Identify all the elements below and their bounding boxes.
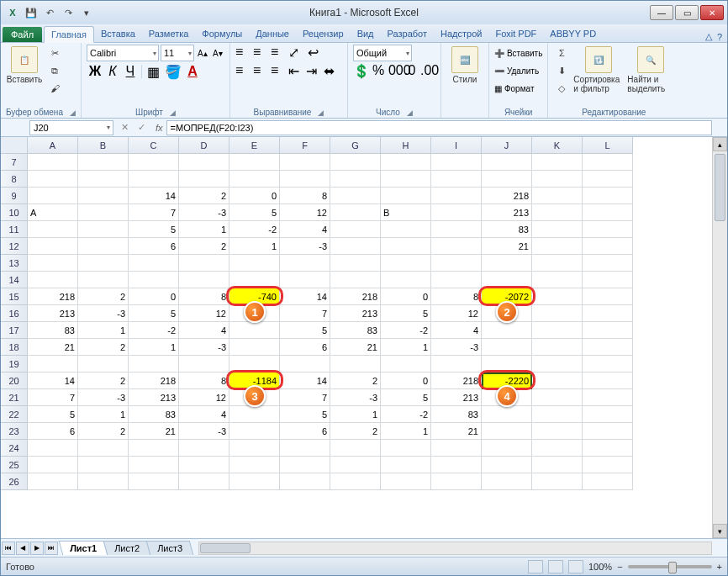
cell-B8[interactable]: [78, 171, 129, 188]
cell-E10[interactable]: 5: [229, 204, 280, 221]
shrink-font[interactable]: A▾: [211, 45, 224, 61]
view-layout[interactable]: [548, 560, 563, 573]
cell-E8[interactable]: [229, 171, 280, 188]
col-head-C[interactable]: C: [129, 137, 179, 154]
cell-K11[interactable]: [532, 221, 583, 238]
col-head-E[interactable]: E: [229, 137, 280, 154]
border-button[interactable]: ▦: [145, 63, 163, 80]
cell-B14[interactable]: [78, 272, 129, 288]
col-head-G[interactable]: G: [330, 137, 381, 154]
cell-H15[interactable]: 0: [381, 288, 431, 305]
cell-J24[interactable]: [482, 440, 532, 457]
cell-I11[interactable]: [431, 221, 482, 238]
cell-F7[interactable]: [280, 154, 330, 171]
zoom-out[interactable]: −: [617, 562, 622, 572]
cell-E25[interactable]: [229, 457, 280, 473]
cell-L10[interactable]: [583, 204, 633, 221]
cell-G16[interactable]: 213: [330, 305, 381, 322]
cell-H21[interactable]: 5: [381, 389, 431, 406]
cell-A22[interactable]: 5: [28, 406, 78, 423]
cell-A23[interactable]: 6: [28, 423, 78, 440]
cell-K21[interactable]: [532, 389, 583, 406]
cell-L21[interactable]: [583, 389, 633, 406]
tab-надстрой[interactable]: Надстрой: [434, 26, 488, 42]
cell-I14[interactable]: [431, 272, 482, 288]
undo-button[interactable]: ↶: [41, 4, 58, 21]
grow-font[interactable]: A▴: [196, 45, 209, 61]
cell-A9[interactable]: [28, 188, 78, 204]
cell-A7[interactable]: [28, 154, 78, 171]
cell-F16[interactable]: 7: [280, 305, 330, 322]
view-break[interactable]: [568, 560, 583, 573]
row-head-9[interactable]: 9: [1, 188, 28, 204]
cell-F11[interactable]: 4: [280, 221, 330, 238]
cell-L16[interactable]: [583, 305, 633, 322]
tab-данные[interactable]: Данные: [249, 26, 296, 42]
cell-F24[interactable]: [280, 440, 330, 457]
cell-K14[interactable]: [532, 272, 583, 288]
cell-H18[interactable]: 1: [381, 339, 431, 356]
cell-C17[interactable]: -2: [129, 322, 179, 339]
cell-B11[interactable]: [78, 221, 129, 238]
cell-G22[interactable]: 1: [330, 406, 381, 423]
cell-G26[interactable]: [330, 473, 381, 490]
cell-G21[interactable]: -3: [330, 389, 381, 406]
cell-K12[interactable]: [532, 238, 583, 255]
row-head-14[interactable]: 14: [1, 272, 28, 288]
cell-C19[interactable]: [129, 356, 179, 373]
cell-I20[interactable]: 218: [431, 373, 482, 389]
bold-button[interactable]: Ж: [87, 63, 103, 80]
cell-D21[interactable]: 12: [179, 389, 229, 406]
cell-B20[interactable]: 2: [78, 373, 129, 389]
cell-B7[interactable]: [78, 154, 129, 171]
row-head-22[interactable]: 22: [1, 406, 28, 423]
cell-G24[interactable]: [330, 440, 381, 457]
tab-вставка[interactable]: Вставка: [94, 26, 142, 42]
cell-F23[interactable]: 6: [280, 423, 330, 440]
zoom-slider[interactable]: [628, 565, 712, 568]
cell-K26[interactable]: [532, 473, 583, 490]
cell-J18[interactable]: [482, 339, 532, 356]
col-head-D[interactable]: D: [179, 137, 229, 154]
sheet-nav-last[interactable]: ⏭: [45, 542, 58, 555]
cell-C14[interactable]: [129, 272, 179, 288]
cell-G7[interactable]: [330, 154, 381, 171]
cell-C16[interactable]: 5: [129, 305, 179, 322]
tab-рецензир[interactable]: Рецензир: [296, 26, 351, 42]
cell-J7[interactable]: [482, 154, 532, 171]
cell-B21[interactable]: -3: [78, 389, 129, 406]
row-head-26[interactable]: 26: [1, 473, 28, 490]
cell-E13[interactable]: [229, 255, 280, 272]
italic-button[interactable]: К: [104, 63, 121, 80]
cell-C20[interactable]: 218: [129, 373, 179, 389]
cell-J25[interactable]: [482, 457, 532, 473]
cell-J11[interactable]: 83: [482, 221, 532, 238]
cell-D26[interactable]: [179, 473, 229, 490]
copy-button[interactable]: ⧉: [46, 62, 63, 79]
cell-J26[interactable]: [482, 473, 532, 490]
cell-A15[interactable]: 218: [28, 288, 78, 305]
cell-E26[interactable]: [229, 473, 280, 490]
cell-F14[interactable]: [280, 272, 330, 288]
cell-I9[interactable]: [431, 188, 482, 204]
cell-I17[interactable]: 4: [431, 322, 482, 339]
number-launcher[interactable]: ◢: [407, 108, 413, 117]
cell-C13[interactable]: [129, 255, 179, 272]
cell-C26[interactable]: [129, 473, 179, 490]
qat-more[interactable]: ▾: [78, 4, 95, 21]
scroll-thumb-h[interactable]: [200, 543, 251, 553]
cell-G11[interactable]: [330, 221, 381, 238]
col-head-H[interactable]: H: [381, 137, 431, 154]
row-head-7[interactable]: 7: [1, 154, 28, 171]
zoom-in[interactable]: +: [717, 562, 722, 572]
cell-K20[interactable]: [532, 373, 583, 389]
row-head-21[interactable]: 21: [1, 389, 28, 406]
cell-H11[interactable]: [381, 221, 431, 238]
cell-B19[interactable]: [78, 356, 129, 373]
cell-J14[interactable]: [482, 272, 532, 288]
cell-E14[interactable]: [229, 272, 280, 288]
row-head-12[interactable]: 12: [1, 238, 28, 255]
cell-I24[interactable]: [431, 440, 482, 457]
cell-K17[interactable]: [532, 322, 583, 339]
fx-icon[interactable]: fx: [156, 123, 163, 133]
